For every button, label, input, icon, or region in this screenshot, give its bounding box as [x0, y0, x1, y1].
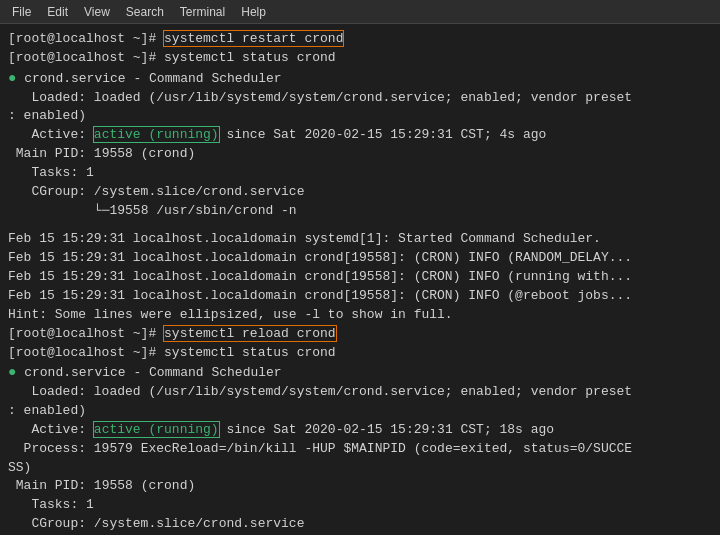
terminal-line: Tasks: 1	[8, 164, 712, 183]
terminal-line: SS)	[8, 459, 712, 478]
terminal-line: Loaded: loaded (/usr/lib/systemd/system/…	[8, 89, 712, 108]
menu-terminal[interactable]: Terminal	[172, 3, 233, 21]
menu-file[interactable]: File	[4, 3, 39, 21]
terminal-line: Feb 15 15:29:31 localhost.localdomain cr…	[8, 268, 712, 287]
terminal-line: [root@localhost ~]# systemctl status cro…	[8, 49, 712, 68]
terminal-line: : enabled)	[8, 402, 712, 421]
terminal-line: └─19558 /usr/sbin/crond -n	[8, 202, 712, 221]
terminal-output[interactable]: [root@localhost ~]# systemctl restart cr…	[0, 24, 720, 535]
terminal-line: ● crond.service - Command Scheduler	[8, 68, 712, 89]
terminal-line: Main PID: 19558 (crond)	[8, 477, 712, 496]
terminal-line: Feb 15 15:29:31 localhost.localdomain cr…	[8, 287, 712, 306]
terminal-line: [root@localhost ~]# systemctl reload cro…	[8, 325, 712, 344]
menu-search[interactable]: Search	[118, 3, 172, 21]
terminal-line: Feb 15 15:29:31 localhost.localdomain sy…	[8, 230, 712, 249]
terminal-line: Tasks: 1	[8, 496, 712, 515]
terminal-line: Feb 15 15:29:31 localhost.localdomain cr…	[8, 249, 712, 268]
terminal-line: CGroup: /system.slice/crond.service	[8, 515, 712, 534]
terminal-line: [root@localhost ~]# systemctl status cro…	[8, 344, 712, 363]
terminal-line: Hint: Some lines were ellipsized, use -l…	[8, 306, 712, 325]
terminal-line: Loaded: loaded (/usr/lib/systemd/system/…	[8, 383, 712, 402]
terminal-line: Active: active (running) since Sat 2020-…	[8, 421, 712, 440]
active-running-badge: active (running)	[94, 422, 219, 437]
menu-help[interactable]: Help	[233, 3, 274, 21]
terminal-line: [root@localhost ~]# systemctl restart cr…	[8, 30, 712, 49]
terminal-line: Process: 19579 ExecReload=/bin/kill -HUP…	[8, 440, 712, 459]
menu-view[interactable]: View	[76, 3, 118, 21]
terminal-line: : enabled)	[8, 107, 712, 126]
menu-edit[interactable]: Edit	[39, 3, 76, 21]
menubar: File Edit View Search Terminal Help	[0, 0, 720, 24]
terminal-line: Main PID: 19558 (crond)	[8, 145, 712, 164]
active-running-badge: active (running)	[94, 127, 219, 142]
terminal-line: CGroup: /system.slice/crond.service	[8, 183, 712, 202]
terminal-line: Active: active (running) since Sat 2020-…	[8, 126, 712, 145]
terminal-line: ● crond.service - Command Scheduler	[8, 362, 712, 383]
